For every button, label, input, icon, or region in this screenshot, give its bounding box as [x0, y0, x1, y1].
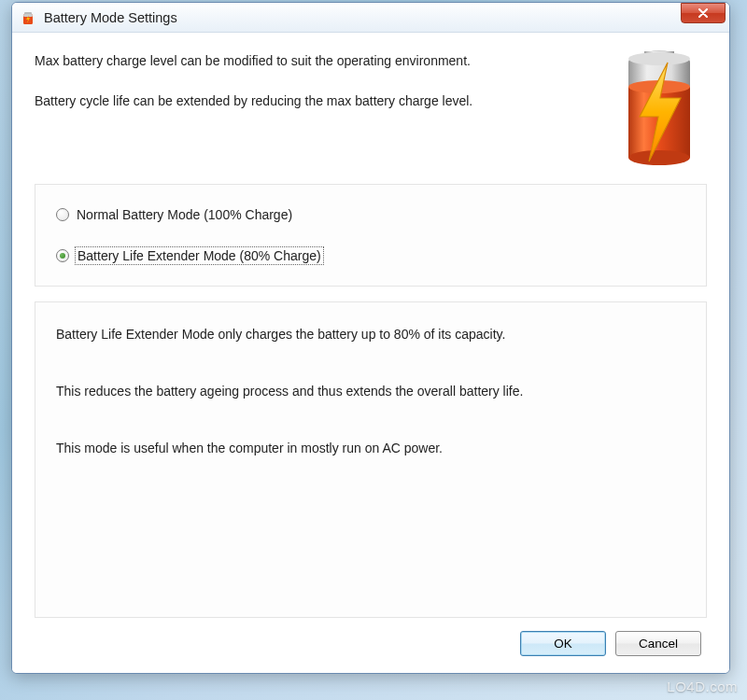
radio-normal-mode[interactable]: Normal Battery Mode (100% Charge)	[56, 207, 685, 222]
settings-dialog: Battery Mode Settings Max battery charge…	[11, 2, 730, 674]
watermark: LO4D.com	[667, 679, 738, 694]
window-title: Battery Mode Settings	[44, 10, 673, 25]
radio-icon	[56, 208, 69, 221]
radio-label: Normal Battery Mode (100% Charge)	[77, 207, 292, 222]
radio-extender-mode[interactable]: Battery Life Extender Mode (80% Charge)	[56, 248, 685, 263]
ok-button[interactable]: OK	[520, 631, 606, 656]
battery-icon	[612, 46, 707, 167]
svg-point-6	[628, 52, 690, 65]
description-line-3: This mode is useful when the computer in…	[56, 439, 685, 458]
svg-rect-2	[23, 14, 33, 17]
radio-label: Battery Life Extender Mode (80% Charge)	[77, 248, 322, 263]
button-row: OK Cancel	[35, 618, 707, 660]
intro-line-2: Battery cycle life can be extended by re…	[35, 91, 597, 111]
titlebar: Battery Mode Settings	[12, 3, 729, 33]
close-icon	[698, 8, 709, 18]
mode-options-group: Normal Battery Mode (100% Charge) Batter…	[35, 184, 707, 287]
mode-description: Battery Life Extender Mode only charges …	[35, 301, 707, 618]
intro-section: Max battery charge level can be modified…	[35, 51, 707, 167]
app-icon	[20, 9, 36, 26]
radio-icon	[56, 249, 69, 262]
description-line-1: Battery Life Extender Mode only charges …	[56, 325, 685, 344]
cancel-button[interactable]: Cancel	[615, 631, 701, 656]
description-line-2: This reduces the battery ageing process …	[56, 382, 685, 401]
dialog-content: Max battery charge level can be modified…	[12, 33, 729, 673]
intro-text: Max battery charge level can be modified…	[35, 51, 597, 132]
close-button[interactable]	[681, 3, 726, 23]
svg-point-8	[628, 150, 690, 165]
intro-line-1: Max battery charge level can be modified…	[35, 51, 597, 71]
